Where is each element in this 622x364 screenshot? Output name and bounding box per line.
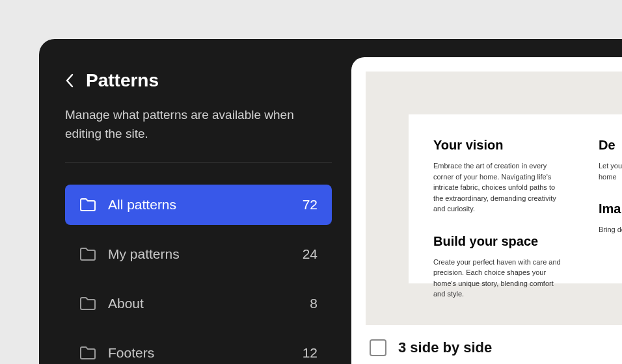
block-paragraph: Let your space home [599, 161, 622, 182]
sidebar-item-footers[interactable]: Footers 12 [65, 333, 332, 364]
block-heading: Your vision [433, 138, 562, 153]
sidebar-item-label: About [108, 296, 310, 311]
sidebar-item-label: All patterns [108, 197, 303, 213]
divider [65, 162, 332, 162]
pattern-title[interactable]: 3 side by side [398, 339, 492, 356]
sidebar-item-my-patterns[interactable]: My patterns 24 [65, 234, 332, 274]
patterns-sidebar: Patterns Manage what patterns are availa… [39, 39, 351, 364]
sidebar-item-count: 12 [303, 345, 318, 361]
category-list: All patterns 72 My patterns 24 About 8 [65, 185, 332, 364]
pattern-preview-pane: Your vision Embrace the art of creation … [351, 57, 622, 364]
select-pattern-checkbox[interactable] [370, 339, 386, 356]
pattern-canvas[interactable]: Your vision Embrace the art of creation … [366, 72, 622, 325]
patterns-panel: Patterns Manage what patterns are availa… [39, 39, 622, 364]
sidebar-item-count: 24 [303, 246, 318, 262]
block-paragraph: Bring design reflec [599, 224, 622, 235]
block-heading: De [599, 138, 622, 153]
folder-icon [79, 198, 96, 212]
back-chevron-icon[interactable] [65, 73, 74, 88]
block-paragraph: Create your perfect haven with care and … [433, 257, 562, 300]
sidebar-item-label: My patterns [108, 246, 303, 262]
block-heading: Build your space [433, 234, 562, 249]
folder-icon [79, 346, 96, 360]
pattern-thumbnail: Your vision Embrace the art of creation … [409, 114, 622, 283]
folder-icon [79, 296, 96, 311]
page-subtitle: Manage what patterns are available when … [65, 105, 332, 144]
sidebar-item-count: 8 [310, 296, 318, 311]
block-heading: Ima [599, 202, 622, 216]
sidebar-item-label: Footers [108, 345, 303, 361]
folder-icon [79, 247, 96, 261]
sidebar-item-count: 72 [303, 197, 318, 213]
page-title: Patterns [86, 70, 159, 91]
sidebar-item-about[interactable]: About 8 [65, 283, 332, 324]
block-paragraph: Embrace the art of creation in every cor… [433, 161, 562, 214]
sidebar-item-all-patterns[interactable]: All patterns 72 [65, 185, 332, 225]
